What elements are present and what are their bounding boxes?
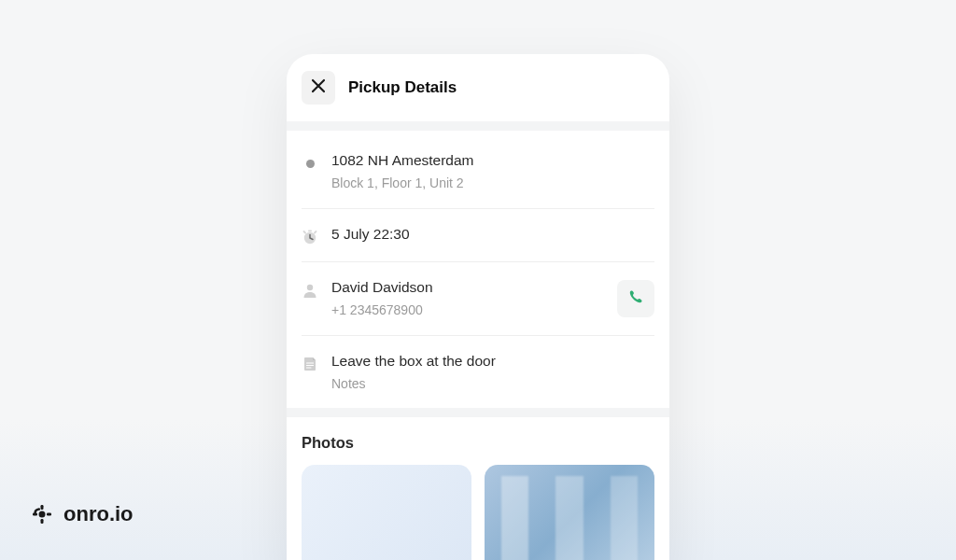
person-icon: [302, 282, 318, 299]
pickup-details-card: Pickup Details 1082 NH Amesterdam Block …: [287, 54, 669, 560]
notes-text: Leave the box at the door: [331, 352, 654, 371]
brand-text: onro.io: [63, 502, 134, 526]
notes-row: Leave the box at the door Notes: [302, 336, 654, 409]
location-dot-icon: [302, 155, 318, 172]
contact-row: David Davidson +1 2345678900: [302, 262, 654, 336]
section-divider: [287, 408, 669, 417]
schedule-row: 5 July 22:30: [302, 209, 654, 262]
details-list: 1082 NH Amesterdam Block 1, Floor 1, Uni…: [287, 131, 669, 408]
address-line1: 1082 NH Amesterdam: [331, 151, 654, 171]
globe-icon: [32, 504, 52, 525]
call-button[interactable]: [617, 280, 654, 317]
photos-row: [287, 465, 669, 560]
photos-section-title: Photos: [287, 417, 669, 465]
svg-rect-9: [47, 513, 51, 516]
photo-thumbnail[interactable]: [302, 465, 471, 560]
contact-phone: +1 2345678900: [331, 301, 604, 319]
clock-icon: [302, 229, 318, 245]
phone-icon: [627, 288, 644, 309]
close-icon: [311, 78, 326, 97]
section-divider: [287, 121, 669, 131]
brand-watermark: onro.io: [32, 502, 134, 526]
notes-label: Notes: [331, 375, 654, 393]
address-line2: Block 1, Floor 1, Unit 2: [331, 175, 654, 192]
close-button[interactable]: [302, 71, 335, 105]
svg-point-2: [307, 285, 313, 290]
svg-rect-7: [41, 519, 44, 524]
address-row: 1082 NH Amesterdam Block 1, Floor 1, Uni…: [302, 135, 654, 209]
note-icon: [302, 356, 318, 372]
schedule-text: 5 July 22:30: [331, 225, 654, 245]
header: Pickup Details: [287, 54, 669, 121]
contact-name: David Davidson: [331, 278, 604, 298]
svg-rect-1: [308, 230, 312, 231]
photo-thumbnail[interactable]: [485, 465, 654, 560]
svg-point-10: [39, 511, 46, 518]
page-title: Pickup Details: [348, 78, 457, 97]
svg-rect-6: [41, 505, 44, 510]
